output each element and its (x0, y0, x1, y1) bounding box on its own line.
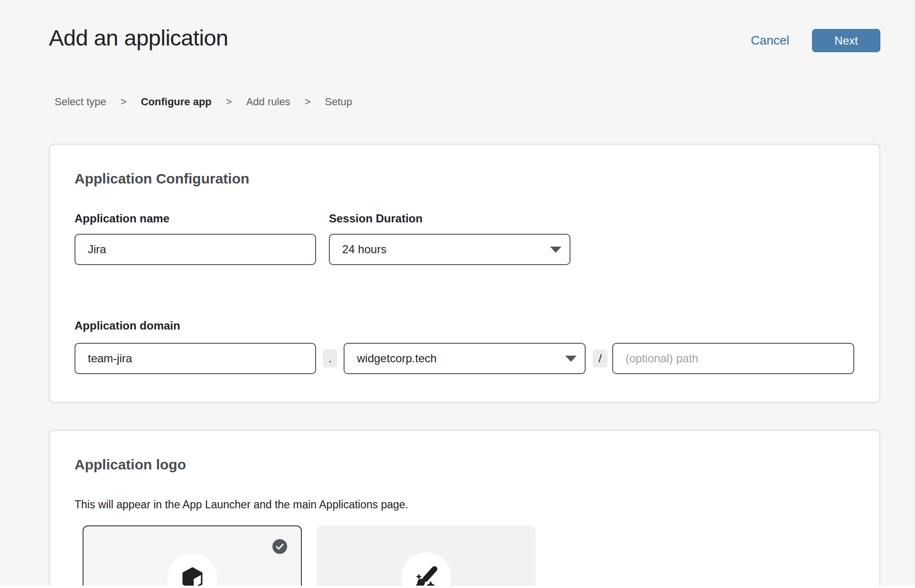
domain-select[interactable]: widgetcorp.tech (344, 343, 586, 374)
application-name-label: Application name (75, 212, 169, 225)
application-name-input[interactable] (75, 234, 316, 265)
logo-card-heading: Application logo (75, 457, 186, 473)
application-configuration-card: Application Configuration Application na… (49, 144, 880, 403)
cube-icon (182, 567, 203, 586)
paintbrush-icon (414, 565, 439, 586)
step-configure-app[interactable]: Configure app (141, 96, 212, 108)
chevron-down-icon (550, 246, 562, 253)
chevron-down-icon (565, 355, 577, 362)
step-select-type[interactable]: Select type (55, 96, 106, 108)
logo-icon-circle (401, 552, 451, 586)
page-title: Add an application (49, 25, 228, 51)
next-button[interactable]: Next (812, 29, 880, 52)
breadcrumb: Select type > Configure app > Add rules … (55, 96, 352, 108)
session-duration-select[interactable]: 24 hours (329, 234, 570, 265)
breadcrumb-separator: > (226, 96, 232, 108)
subdomain-input[interactable] (75, 343, 316, 374)
path-input[interactable] (612, 343, 854, 374)
page-body: Add an application Cancel Next Select ty… (0, 0, 915, 586)
application-domain-label: Application domain (75, 319, 180, 332)
logo-options (83, 525, 536, 586)
session-duration-label: Session Duration (329, 212, 422, 225)
step-add-rules[interactable]: Add rules (246, 96, 290, 108)
session-duration-value: 24 hours (342, 243, 386, 256)
logo-icon-circle (168, 553, 217, 586)
configuration-card-heading: Application Configuration (75, 171, 249, 187)
check-icon (276, 543, 284, 550)
application-logo-card: Application logo This will appear in the… (49, 430, 880, 586)
header-actions: Cancel Next (751, 29, 880, 52)
breadcrumb-separator: > (121, 96, 127, 108)
step-setup[interactable]: Setup (325, 96, 352, 108)
logo-option-default[interactable] (83, 525, 302, 586)
add-application-page: Add an application Cancel Next Select ty… (0, 0, 915, 588)
breadcrumb-separator: > (305, 96, 311, 108)
domain-select-value: widgetcorp.tech (357, 352, 437, 365)
logo-card-description: This will appear in the App Launcher and… (75, 498, 408, 511)
domain-slash-separator: / (593, 349, 607, 368)
cancel-button[interactable]: Cancel (751, 33, 789, 48)
domain-dot-separator: . (323, 349, 337, 368)
logo-option-custom[interactable] (317, 525, 536, 586)
selected-check-badge (272, 539, 287, 554)
